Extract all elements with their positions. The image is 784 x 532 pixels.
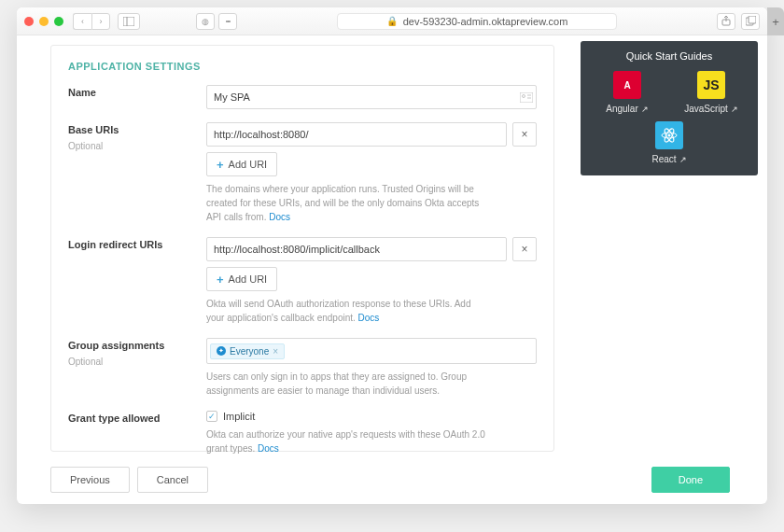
- settings-panel: APPLICATION SETTINGS Name Base URIs Opti…: [50, 45, 554, 452]
- group-icon: ✦: [217, 346, 226, 356]
- back-button[interactable]: ‹: [73, 13, 91, 30]
- extension-1[interactable]: ◍: [196, 13, 215, 30]
- optional-label: Optional: [68, 139, 189, 154]
- address-bar[interactable]: 🔒 dev-593230-admin.oktapreview.com: [337, 13, 617, 30]
- external-link-icon: ↗: [641, 105, 649, 114]
- qsg-javascript[interactable]: JS JavaScript↗: [679, 71, 744, 114]
- sidebar-toggle[interactable]: [118, 13, 140, 30]
- cancel-button[interactable]: Cancel: [137, 467, 208, 493]
- new-tab-button[interactable]: +: [767, 7, 784, 35]
- redirect-help: Okta will send OAuth authorization respo…: [206, 297, 486, 325]
- page-content: APPLICATION SETTINGS Name Base URIs Opti…: [17, 35, 767, 459]
- plus-icon: +: [217, 160, 224, 170]
- qsg-react[interactable]: React↗: [637, 121, 702, 164]
- angular-icon: A: [613, 71, 641, 99]
- add-redirect-uri-button[interactable]: + Add URI: [206, 267, 277, 291]
- titlebar: ‹ › ◍ ••• 🔒 dev-593230-admin.oktapreview…: [17, 7, 767, 35]
- group-assignments-input[interactable]: ✦ Everyone ×: [206, 338, 537, 364]
- quick-start-guides: Quick Start Guides A Angular↗ JS JavaScr…: [581, 41, 758, 175]
- previous-button[interactable]: Previous: [50, 467, 130, 493]
- redirect-uri-input[interactable]: [206, 237, 507, 261]
- implicit-checkbox[interactable]: ✓: [206, 411, 217, 422]
- lock-icon: 🔒: [386, 16, 398, 26]
- grant-label: Grant type allowed: [68, 411, 189, 455]
- section-title: APPLICATION SETTINGS: [68, 61, 537, 72]
- remove-base-uri[interactable]: ×: [512, 122, 537, 147]
- redirect-docs-link[interactable]: Docs: [358, 313, 380, 323]
- zoom-window[interactable]: [54, 17, 63, 26]
- remove-group-chip[interactable]: ×: [273, 346, 278, 357]
- tabs-button[interactable]: [741, 13, 760, 30]
- forward-button[interactable]: ›: [91, 13, 110, 30]
- external-link-icon: ↗: [731, 105, 738, 114]
- extension-2[interactable]: •••: [218, 13, 237, 30]
- implicit-label: Implicit: [223, 411, 255, 422]
- close-window[interactable]: [24, 17, 34, 26]
- optional-label: Optional: [68, 355, 189, 370]
- redirect-label: Login redirect URIs: [68, 237, 189, 325]
- javascript-icon: JS: [697, 71, 725, 99]
- groups-help: Users can only sign in to apps that they…: [206, 370, 486, 398]
- minimize-window[interactable]: [39, 17, 49, 26]
- name-label: Name: [68, 85, 189, 109]
- group-chip-everyone: ✦ Everyone ×: [210, 343, 285, 359]
- plus-icon: +: [217, 274, 224, 285]
- svg-rect-0: [123, 17, 134, 26]
- add-base-uri-button[interactable]: + Add URI: [206, 152, 277, 176]
- qsg-angular[interactable]: A Angular↗: [595, 71, 660, 114]
- wizard-footer: Previous Cancel Done: [17, 459, 767, 504]
- groups-label: Group assignments Optional: [68, 338, 189, 398]
- react-icon: [655, 121, 683, 149]
- base-uris-docs-link[interactable]: Docs: [269, 212, 290, 222]
- svg-rect-5: [749, 16, 756, 23]
- share-button[interactable]: [717, 13, 735, 30]
- name-input[interactable]: [206, 85, 537, 109]
- base-uris-label: Base URIs Optional: [68, 122, 189, 224]
- grant-docs-link[interactable]: Docs: [258, 443, 279, 454]
- svg-point-12: [668, 134, 671, 137]
- window-controls: [24, 17, 63, 26]
- base-uri-input[interactable]: [206, 122, 507, 147]
- url-text: dev-593230-admin.oktapreview.com: [403, 16, 568, 27]
- external-link-icon: ↗: [679, 155, 687, 164]
- grant-help: Okta can authorize your native app's req…: [206, 427, 486, 455]
- base-uris-help: The domains where your application runs.…: [206, 182, 486, 224]
- qsg-title: Quick Start Guides: [588, 50, 750, 62]
- svg-text:A: A: [623, 80, 630, 91]
- done-button[interactable]: Done: [651, 467, 730, 493]
- remove-redirect-uri[interactable]: ×: [512, 237, 537, 261]
- browser-window: ‹ › ◍ ••• 🔒 dev-593230-admin.oktapreview…: [17, 7, 767, 504]
